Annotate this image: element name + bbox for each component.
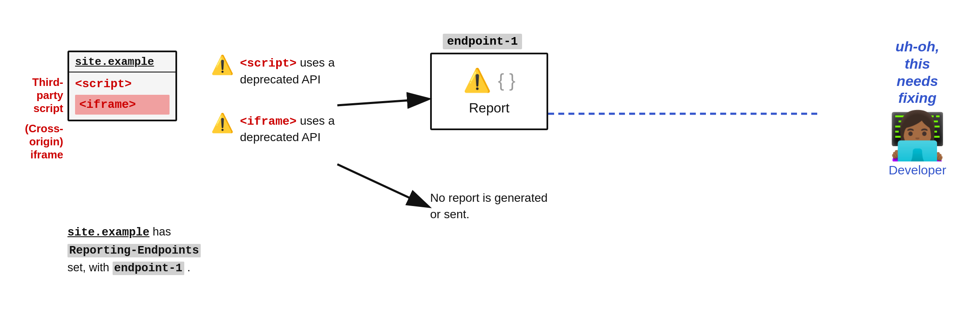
report-label: Report <box>469 100 509 116</box>
json-icon: { } <box>498 70 516 91</box>
site-box-wrapper: Third-party script (Cross-origin) iframe… <box>67 51 177 121</box>
endpoint-wrapper: endpoint-1 ⚠️ { } Report <box>430 34 548 130</box>
developer-area: uh-oh,thisneedsfixing 👩🏾‍💻 Developer <box>888 38 946 177</box>
endpoint-icons: ⚠️ { } <box>463 67 516 94</box>
warnings-area: ⚠️ <script> uses a deprecated API ⚠️ <if… <box>211 55 358 145</box>
reporting-endpoints-mono: Reporting-Endpoints <box>67 244 201 257</box>
iframe-tag-box: <iframe> <box>75 95 170 115</box>
bottom-description: site.example has Reporting-Endpoints set… <box>67 223 201 277</box>
developer-emoji: 👩🏾‍💻 <box>888 112 946 159</box>
site-box-title: site.example <box>69 52 175 72</box>
site-box-body: <script> <iframe> <box>69 72 175 120</box>
iframe-tag-label: <iframe> <box>240 115 296 128</box>
warning-text-iframe: <iframe> uses a deprecated API <box>240 113 358 146</box>
site-example-underline: site.example <box>67 226 149 239</box>
third-party-label: Third-party script <box>8 76 63 115</box>
endpoint-box: ⚠️ { } Report <box>430 53 548 130</box>
iframe-tag: <iframe> <box>79 98 136 111</box>
uh-oh-text: uh-oh,thisneedsfixing <box>896 38 940 107</box>
endpoint-1-inline: endpoint-1 <box>113 262 184 275</box>
developer-label: Developer <box>888 163 946 177</box>
arrow-iframe-to-noreport <box>337 164 428 206</box>
no-report-text: No report is generated or sent. <box>430 191 548 221</box>
endpoint-warning-icon: ⚠️ <box>463 67 491 94</box>
diagram-container: Third-party script (Cross-origin) iframe… <box>0 0 980 321</box>
warning-item-iframe: ⚠️ <iframe> uses a deprecated API <box>211 113 358 146</box>
warning-icon-script: ⚠️ <box>211 56 234 74</box>
warning-icon-iframe: ⚠️ <box>211 114 234 132</box>
warning-item-script: ⚠️ <script> uses a deprecated API <box>211 55 358 88</box>
endpoint-label: endpoint-1 <box>443 34 522 49</box>
no-report-area: No report is generated or sent. <box>430 190 548 222</box>
script-tag: <script> <box>75 78 170 91</box>
script-tag-label: <script> <box>240 57 296 70</box>
site-example-box: site.example <script> <iframe> <box>67 51 177 121</box>
cross-origin-label: (Cross-origin) iframe <box>8 122 63 162</box>
warning-text-script: <script> uses a deprecated API <box>240 55 358 88</box>
